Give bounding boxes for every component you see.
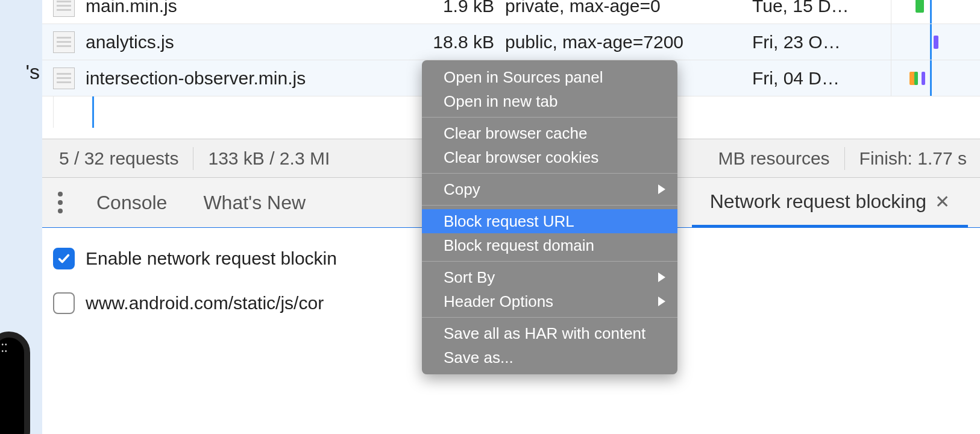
menu-separator [422, 261, 677, 262]
close-icon[interactable]: ✕ [935, 191, 950, 212]
menu-item-label: Block request domain [444, 236, 594, 255]
summary-resources: MB resources [718, 148, 830, 169]
menu-copy[interactable]: Copy [422, 177, 677, 201]
tab-label: Network request blocking [710, 190, 926, 213]
waterfall-bar [934, 36, 938, 49]
menu-item-label: Sort By [444, 268, 495, 287]
cell-name: analytics.js [86, 32, 391, 52]
cell-cache: private, max-age=0 [505, 0, 752, 16]
file-icon [53, 31, 75, 53]
tab-whats-new[interactable]: What's New [185, 178, 324, 227]
page-background-left: 's •• •• [0, 0, 42, 434]
check-icon [57, 252, 71, 265]
tab-label: What's New [203, 192, 306, 214]
cell-waterfall [891, 24, 980, 60]
menu-item-label: Header Options [444, 292, 553, 311]
phone-notch-icon: •• •• [2, 341, 17, 354]
menu-save-all-as-har[interactable]: Save all as HAR with content [422, 321, 677, 345]
tab-console[interactable]: Console [78, 178, 185, 227]
cell-date: Fri, 04 D… [752, 68, 891, 89]
waterfall-bar [914, 72, 918, 85]
menu-save-as[interactable]: Save as... [422, 345, 677, 370]
cell-date: Tue, 15 D… [752, 0, 891, 16]
divider [844, 147, 845, 170]
menu-separator [422, 205, 677, 206]
table-row[interactable]: analytics.js 18.8 kB public, max-age=720… [42, 24, 980, 60]
cell-size: 18.8 kB [391, 32, 505, 52]
waterfall-bar [922, 72, 925, 85]
summary-transferred: 133 kB / 2.3 MI [208, 148, 330, 169]
devtools-panel: main.min.js 1.9 kB private, max-age=0 Tu… [42, 0, 980, 434]
context-menu: Open in Sources panel Open in new tab Cl… [422, 60, 677, 374]
menu-item-label: Save all as HAR with content [444, 324, 645, 343]
cell-waterfall [891, 0, 980, 24]
summary-finish: Finish: 1.77 s [859, 148, 980, 169]
kebab-icon [58, 192, 63, 213]
file-icon [53, 68, 75, 89]
menu-item-label: Clear browser cookies [444, 148, 598, 167]
menu-open-in-sources[interactable]: Open in Sources panel [422, 65, 677, 89]
waterfall-marker [930, 24, 932, 60]
waterfall-marker [92, 96, 94, 128]
pattern-checkbox[interactable] [53, 292, 75, 314]
tab-label: Console [96, 192, 167, 214]
pattern-text: www.android.com/static/js/cor [86, 293, 324, 313]
tab-network-request-blocking[interactable]: Network request blocking ✕ [692, 178, 968, 227]
menu-separator [422, 117, 677, 118]
waterfall-marker [930, 0, 932, 24]
menu-block-request-domain[interactable]: Block request domain [422, 233, 677, 257]
menu-block-request-url[interactable]: Block request URL [422, 209, 677, 233]
menu-separator [422, 317, 677, 318]
menu-item-label: Copy [444, 180, 480, 199]
menu-item-label: Open in new tab [444, 92, 558, 111]
menu-clear-browser-cookies[interactable]: Clear browser cookies [422, 145, 677, 169]
menu-item-label: Block request URL [444, 212, 574, 231]
menu-separator [422, 173, 677, 174]
cell-cache: public, max-age=7200 [505, 32, 752, 52]
menu-item-label: Save as... [444, 348, 514, 367]
cell-date: Fri, 23 O… [752, 32, 891, 52]
summary-requests: 5 / 32 requests [59, 148, 178, 169]
submenu-arrow-icon [658, 297, 665, 306]
menu-item-label: Clear browser cache [444, 124, 587, 143]
menu-item-label: Open in Sources panel [444, 68, 603, 87]
phone-frame-graphic: •• •• [0, 332, 30, 434]
menu-clear-browser-cache[interactable]: Clear browser cache [422, 121, 677, 145]
cell-name: intersection-observer.min.js [86, 68, 391, 89]
waterfall-bar [916, 0, 924, 13]
divider [193, 147, 193, 170]
waterfall-marker [930, 60, 932, 96]
menu-open-in-new-tab[interactable]: Open in new tab [422, 89, 677, 113]
file-icon [53, 0, 75, 17]
submenu-arrow-icon [658, 272, 665, 282]
cell-name: main.min.js [86, 0, 391, 16]
submenu-arrow-icon [658, 184, 665, 194]
menu-sort-by[interactable]: Sort By [422, 265, 677, 289]
cell-waterfall [891, 60, 980, 96]
enable-blocking-label: Enable network request blockin [86, 248, 337, 269]
enable-blocking-checkbox[interactable] [53, 248, 75, 269]
more-tabs-button[interactable] [42, 192, 78, 213]
table-row[interactable]: main.min.js 1.9 kB private, max-age=0 Tu… [42, 0, 980, 24]
page-partial-text: 's [26, 60, 40, 84]
menu-header-options[interactable]: Header Options [422, 289, 677, 313]
cell-size: 1.9 kB [391, 0, 505, 16]
